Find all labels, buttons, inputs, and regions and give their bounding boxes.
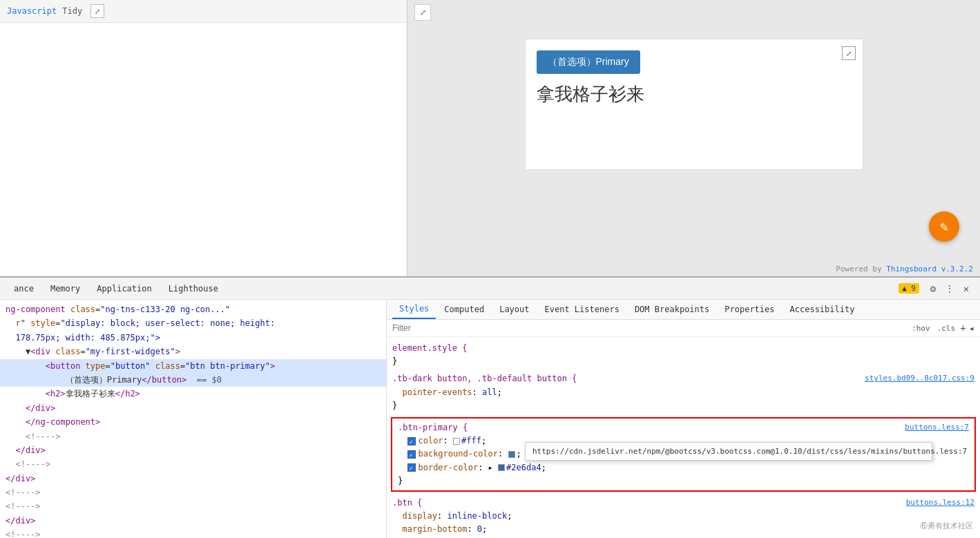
dom-line: <h2>拿我格子衫来</h2> <box>0 387 386 401</box>
dom-line: <!----> <box>0 499 386 513</box>
powered-by-link[interactable]: Thingsboard v.3.2.2 <box>886 265 973 273</box>
preview-expand-button[interactable]: ⤢ <box>414 4 431 21</box>
dom-line: <!----> <box>0 430 386 443</box>
dom-line: </div> <box>0 443 386 457</box>
devtools-topbar: ance Memory Application Lighthouse ▲ 9 ⚙… <box>0 278 980 300</box>
tab-performance[interactable]: ance <box>6 280 42 298</box>
dom-line: ng-component class="ng-tns-c133-20 ng-co… <box>0 302 386 316</box>
dom-line-selected: <button type="button" class="btn btn-pri… <box>0 359 386 373</box>
dom-panel[interactable]: ng-component class="ng-tns-c133-20 ng-co… <box>0 300 387 538</box>
tab-memory[interactable]: Memory <box>42 280 88 298</box>
tab-application[interactable]: Application <box>88 280 160 298</box>
tab-accessibility[interactable]: Accessibility <box>783 300 862 318</box>
fab-edit-button[interactable]: ✎ <box>929 211 959 242</box>
tab-layout[interactable]: Layout <box>492 300 536 318</box>
tab-computed[interactable]: Computed <box>437 300 491 318</box>
tab-javascript[interactable]: Javascript <box>7 6 57 16</box>
widget-expand-icon[interactable]: ⤢ <box>842 46 856 60</box>
tab-dom-breakpoints[interactable]: DOM Breakpoints <box>628 300 716 318</box>
warning-badge: ▲ 9 <box>899 283 919 294</box>
close-icon[interactable]: ✕ <box>958 280 974 297</box>
styles-filter-bar: :hov .cls + ◂ <box>387 320 980 337</box>
editor-toolbar: Javascript Tidy ⤢ <box>0 0 407 23</box>
dom-line: <!----> <box>0 528 386 538</box>
preview-content: （首选项）Primary 拿我格子衫来 ⤢ <box>407 25 980 262</box>
element-style-rule: element.style { } <box>387 340 980 370</box>
styles-panel: Styles Computed Layout Event Listeners D… <box>387 300 980 538</box>
tab-properties[interactable]: Properties <box>718 300 781 318</box>
powered-by: Powered by Thingsboard v.3.2.2 <box>407 262 980 276</box>
dom-line: <!----> <box>0 486 386 499</box>
cls-button[interactable]: .cls <box>935 323 958 334</box>
dom-line: 178.75px; width: 485.875px;"> <box>0 331 386 345</box>
dom-line: ▼<div class="my-first-widgets"> <box>0 345 386 358</box>
widget-heading: 拿我格子衫来 <box>537 82 852 106</box>
devtools-main: ng-component class="ng-tns-c133-20 ng-co… <box>0 300 980 538</box>
left-editor-panel: Javascript Tidy ⤢ <box>0 0 407 276</box>
settings-icon[interactable]: ⚙ <box>925 280 941 297</box>
dom-line: r" style="display: block; user-select: n… <box>0 316 386 330</box>
styles-content: element.style { } styles.bd09..8c017.css… <box>387 337 980 538</box>
preview-toolbar: ⤢ <box>407 0 980 25</box>
more-options-icon[interactable]: ⋮ <box>941 280 958 297</box>
right-preview-panel: ⤢ （首选项）Primary 拿我格子衫来 ⤢ Powered by Thing… <box>407 0 980 276</box>
tab-event-listeners[interactable]: Event Listeners <box>538 300 626 318</box>
widget-preview-box: （首选项）Primary 拿我格子衫来 ⤢ <box>525 39 863 170</box>
right-preview-wrapper: ⤢ （首选项）Primary 拿我格子衫来 ⤢ Powered by Thing… <box>407 0 980 276</box>
expand-panel-icon[interactable]: ◂ <box>969 323 974 334</box>
devtools-panel: ance Memory Application Lighthouse ▲ 9 ⚙… <box>0 276 980 538</box>
btn-rule: buttons.less:12 .btn { display: inline-b… <box>387 494 980 538</box>
tab-styles[interactable]: Styles <box>392 300 436 319</box>
dom-line-selected-text: （首选项）Primary</button> == $0 <box>0 373 386 387</box>
primary-button[interactable]: （首选项）Primary <box>537 50 640 74</box>
dom-line: </div> <box>0 514 386 528</box>
tab-lighthouse[interactable]: Lighthouse <box>160 280 227 298</box>
styles-filter-input[interactable] <box>392 323 907 333</box>
editor-expand-button[interactable]: ⤢ <box>90 4 104 18</box>
styles-tabs: Styles Computed Layout Event Listeners D… <box>387 300 980 320</box>
tb-dark-button-rule: styles.bd09..8c017.css:9 .tb-dark button… <box>387 370 980 414</box>
tab-tidy[interactable]: Tidy <box>62 6 82 16</box>
dom-line: </ng-component> <box>0 415 386 429</box>
watermark: ⑥勇有技术社区 <box>920 521 973 531</box>
editor-content <box>0 23 407 276</box>
add-rule-button[interactable]: + <box>960 323 965 334</box>
dom-line: <!----> <box>0 457 386 471</box>
hov-button[interactable]: :hov <box>910 323 932 334</box>
dom-line: </div> <box>0 401 386 415</box>
cdn-link-tooltip: https://cdn.jsdelivr.net/npm/@bootcss/v3… <box>525 442 932 461</box>
dom-line: </div> <box>0 472 386 486</box>
